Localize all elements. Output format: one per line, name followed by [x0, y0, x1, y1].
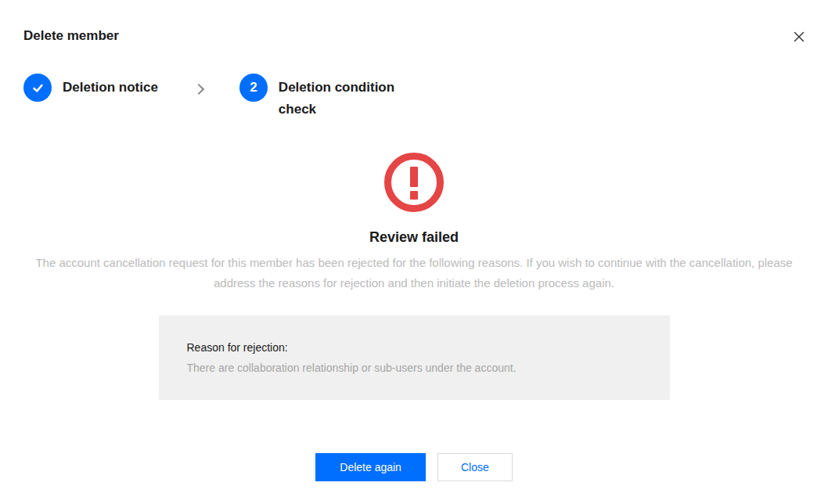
result-section: Review failed The account cancellation r…: [0, 153, 828, 400]
step-deletion-notice: Deletion notice: [23, 74, 158, 102]
exclamation-bar: [410, 167, 418, 187]
exclamation-dot: [410, 191, 418, 200]
step2-circle: 2: [239, 74, 268, 102]
step-deletion-condition-check: 2 Deletion condition check: [239, 74, 416, 121]
result-title: Review failed: [0, 228, 828, 247]
chevron-right-icon: [193, 83, 205, 95]
delete-member-dialog: Delete member Deletion notice 2 Deletion…: [0, 0, 828, 504]
steps-indicator: Deletion notice 2 Deletion condition che…: [23, 74, 828, 121]
close-x-glyph: [794, 31, 805, 42]
close-button[interactable]: Close: [437, 453, 513, 481]
step1-label: Deletion notice: [63, 74, 158, 99]
reason-text: There are collaboration relationship or …: [187, 362, 642, 374]
step2-label: Deletion condition check: [279, 74, 416, 121]
close-icon[interactable]: [792, 30, 806, 44]
reason-box: Reason for rejection: There are collabor…: [159, 315, 670, 400]
step1-circle: [23, 74, 52, 102]
dialog-title: Delete member: [23, 28, 805, 44]
check-icon: [31, 81, 45, 95]
reason-label: Reason for rejection:: [187, 341, 642, 354]
dialog-header: Delete member: [0, 0, 828, 44]
delete-again-button[interactable]: Delete again: [315, 453, 426, 481]
result-description: The account cancellation request for thi…: [23, 253, 805, 293]
error-icon: [384, 153, 444, 212]
dialog-footer: Delete again Close: [0, 453, 828, 481]
